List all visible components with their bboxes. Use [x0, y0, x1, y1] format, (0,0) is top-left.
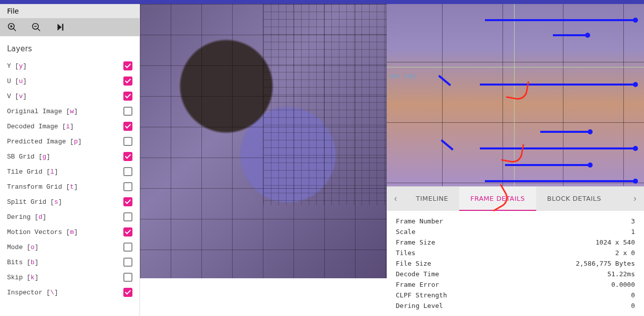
layer-item[interactable]: Decoded Image [i] — [7, 119, 132, 134]
detail-row: Dering Level0 — [396, 300, 635, 311]
layer-item[interactable]: Predicted Image [p] — [7, 134, 132, 149]
frame-canvas[interactable] — [140, 4, 387, 316]
layer-label: U [u] — [7, 77, 27, 85]
layer-item[interactable]: Motion Vectors [m] — [7, 224, 132, 240]
layer-label: SB Grid [g] — [7, 153, 50, 161]
menu-file[interactable]: File — [7, 7, 19, 15]
layer-checkbox[interactable] — [123, 258, 132, 267]
layer-label: Predicted Image [p] — [7, 138, 82, 145]
layer-checkbox[interactable] — [123, 167, 132, 176]
detail-key: Tiles — [396, 249, 415, 257]
detail-row: Frame Error0.0000 — [396, 279, 635, 290]
zoom-canvas[interactable]: 282 (35) — [387, 4, 644, 186]
detail-value: 0 — [631, 291, 635, 299]
layer-item[interactable]: U [u] — [7, 73, 132, 89]
layer-checkbox[interactable] — [123, 212, 132, 221]
detail-row: Frame Size1024 x 540 — [396, 237, 635, 248]
motion-vector — [485, 19, 636, 21]
layer-item[interactable]: Original Image [w] — [7, 104, 132, 119]
layer-label: Inspector [\] — [7, 289, 58, 296]
layer-label: Dering [d] — [7, 213, 46, 221]
layer-label: Mode [o] — [7, 244, 38, 251]
layer-checkbox[interactable] — [123, 107, 132, 116]
layer-item[interactable]: Mode [o] — [7, 240, 132, 255]
layer-item[interactable]: Y [y] — [7, 58, 132, 73]
detail-key: Scale — [396, 228, 415, 235]
motion-vector — [480, 84, 636, 86]
menu-bar: File — [0, 4, 139, 18]
detail-value: 51.22ms — [607, 270, 635, 278]
detail-value: 0 — [631, 302, 635, 309]
svg-rect-8 — [62, 24, 63, 30]
layer-item[interactable]: Bits [b] — [7, 255, 132, 270]
motion-vector — [553, 34, 588, 36]
layer-label: Tile Grid [l] — [7, 168, 58, 176]
layer-checkbox[interactable] — [123, 288, 132, 297]
details-pane: ‹ TIMELINEFRAME DETAILSBLOCK DETAILS › F… — [387, 186, 644, 316]
layer-checkbox[interactable] — [123, 182, 132, 191]
layer-item[interactable]: Dering [d] — [7, 209, 132, 224]
detail-key: Frame Size — [396, 239, 435, 246]
layer-item[interactable]: Split Grid [s] — [7, 194, 132, 209]
svg-marker-7 — [57, 24, 61, 30]
layer-checkbox[interactable] — [123, 76, 132, 86]
layer-item[interactable]: V [v] — [7, 89, 132, 104]
detail-value: 2 x 0 — [615, 249, 635, 257]
layer-checkbox[interactable] — [123, 122, 132, 131]
layer-item[interactable]: Skip [k] — [7, 270, 132, 285]
detail-row: Scale1 — [396, 226, 635, 237]
layer-checkbox[interactable] — [123, 197, 132, 206]
detail-row: Frame Number3 — [396, 216, 635, 226]
tab-block-details[interactable]: BLOCK DETAILS — [536, 187, 613, 211]
detail-key: Dering Level — [396, 302, 443, 309]
layer-checkbox[interactable] — [123, 273, 132, 282]
detail-key: Frame Error — [396, 281, 439, 288]
toolbar — [0, 18, 139, 36]
layer-label: V [v] — [7, 93, 27, 100]
crosshair-horizontal — [387, 67, 644, 67]
layers-header: Layers — [0, 36, 139, 58]
step-forward-icon[interactable] — [55, 22, 65, 32]
layer-checkbox[interactable] — [123, 152, 132, 161]
split-grid-overlay — [263, 4, 387, 205]
detail-row: CLPF Strength0 — [396, 290, 635, 300]
detail-value: 2,586,775 Bytes — [576, 260, 635, 267]
layer-checkbox[interactable] — [123, 92, 132, 101]
zoom-out-icon[interactable] — [31, 22, 41, 32]
detail-key: CLPF Strength — [396, 291, 447, 299]
sidebar: File Layers Y [y]U [u]V [v]Original Imag… — [0, 4, 140, 316]
detail-row: Tiles2 x 0 — [396, 248, 635, 258]
tabs-prev-icon[interactable]: ‹ — [387, 194, 405, 204]
layer-checkbox[interactable] — [123, 243, 132, 252]
layer-checkbox[interactable] — [123, 227, 132, 236]
app-topbar — [0, 0, 644, 4]
layer-label: Bits [b] — [7, 259, 38, 266]
detail-value: 1 — [631, 228, 635, 235]
layer-checkbox[interactable] — [123, 61, 132, 70]
layer-label: Original Image [w] — [7, 108, 78, 115]
layers-list: Y [y]U [u]V [v]Original Image [w]Decoded… — [0, 58, 139, 316]
detail-key: Frame Number — [396, 217, 443, 225]
detail-key: File Size — [396, 260, 431, 267]
details-tabs: ‹ TIMELINEFRAME DETAILSBLOCK DETAILS › — [387, 187, 644, 211]
layer-checkbox[interactable] — [123, 137, 132, 146]
svg-line-5 — [38, 29, 40, 31]
layer-label: Split Grid [s] — [7, 198, 62, 206]
layer-item[interactable]: Inspector [\] — [7, 285, 132, 300]
frame-details-body: Frame Number3Scale1Frame Size1024 x 540T… — [387, 211, 644, 316]
layer-label: Skip [k] — [7, 274, 38, 281]
layer-item[interactable]: Transform Grid [t] — [7, 179, 132, 194]
zoom-in-icon[interactable] — [7, 22, 17, 32]
motion-vector — [540, 131, 591, 133]
layer-label: Decoded Image [i] — [7, 123, 74, 130]
layer-item[interactable]: Tile Grid [l] — [7, 164, 132, 179]
layer-label: Y [y] — [7, 62, 27, 70]
layer-label: Motion Vectors [m] — [7, 228, 78, 236]
motion-vector — [505, 164, 591, 166]
layer-label: Transform Grid [t] — [7, 183, 78, 191]
tab-timeline[interactable]: TIMELINE — [405, 187, 459, 211]
tabs-next-icon[interactable]: › — [626, 194, 644, 204]
detail-value: 3 — [631, 217, 635, 225]
layer-item[interactable]: SB Grid [g] — [7, 149, 132, 164]
detail-row: Decode Time51.22ms — [396, 269, 635, 279]
